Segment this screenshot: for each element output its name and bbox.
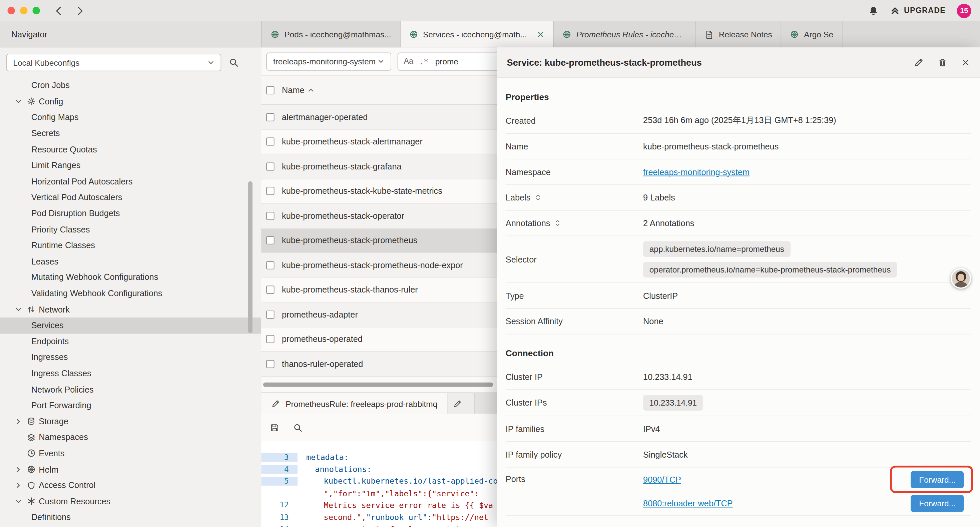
chevron-down-icon[interactable]	[15, 306, 22, 313]
sort-ascending-icon[interactable]	[307, 87, 315, 94]
property-row-cluster-ip: Cluster IP10.233.14.91	[506, 364, 971, 390]
tab-services-icecheng-math[interactable]: Services - icecheng@math...	[401, 21, 554, 48]
sidebar-item-access-control[interactable]: Access Control	[0, 477, 261, 493]
row-checkbox[interactable]	[266, 310, 274, 318]
chevron-down-icon[interactable]	[15, 98, 22, 105]
sidebar-item-config[interactable]: Config	[0, 93, 261, 110]
forward-icon[interactable]	[75, 5, 85, 16]
chevron-right-icon[interactable]	[15, 418, 22, 425]
sidebar-item-resource-quotas[interactable]: Resource Quotas	[0, 142, 261, 158]
sidebar-item-horizontal-pod-autoscalers[interactable]: Horizontal Pod Autoscalers	[0, 174, 261, 189]
sidebar-item-endpoints[interactable]: Endpoints	[0, 334, 261, 350]
sidebar-item-services[interactable]: Services	[0, 318, 261, 334]
row-checkbox[interactable]	[266, 360, 274, 368]
notification-count-badge[interactable]: 15	[957, 3, 971, 18]
tab-label: Release Notes	[719, 30, 772, 39]
property-label: Session Affinity	[506, 317, 643, 326]
close-window-button[interactable]	[7, 7, 15, 14]
row-checkbox[interactable]	[266, 113, 274, 121]
sidebar-item-secrets[interactable]: Secrets	[0, 126, 261, 142]
row-checkbox[interactable]	[266, 162, 274, 170]
tab-prometheus-rules-icecheng[interactable]: Prometheus Rules - icecheng...	[554, 21, 695, 48]
property-value: 9 Labels	[643, 193, 971, 202]
sidebar-item-label: Network Policies	[31, 385, 94, 394]
row-checkbox[interactable]	[266, 212, 274, 220]
sidebar-item-vertical-pod-autoscalers[interactable]: Vertical Pod Autoscalers	[0, 189, 261, 205]
forward-button[interactable]: Forward...	[911, 471, 964, 488]
row-checkbox[interactable]	[266, 187, 274, 195]
row-checkbox[interactable]	[266, 138, 274, 146]
port-link[interactable]: 8080:reloader-web/TCP	[643, 498, 733, 508]
row-checkbox[interactable]	[266, 286, 274, 294]
save-icon[interactable]	[270, 423, 279, 432]
search-icon[interactable]	[229, 57, 239, 67]
namespace-link[interactable]: freeleaps-monitoring-system	[643, 167, 749, 177]
code-text: error rate in freeleaps metrics ser	[298, 524, 488, 527]
sidebar-item-label: Limit Ranges	[31, 161, 81, 170]
tab-pods-icecheng-mathmas[interactable]: Pods - icecheng@mathmas...	[262, 21, 400, 48]
tab-argo-se[interactable]: Argo Se	[781, 21, 843, 48]
sidebar-item-validating-webhook-configurations[interactable]: Validating Webhook Configurations	[0, 285, 261, 301]
sidebar-item-helm[interactable]: Helm	[0, 461, 261, 477]
sidebar-item-limit-ranges[interactable]: Limit Ranges	[0, 158, 261, 174]
row-checkbox[interactable]	[266, 236, 274, 245]
line-number: 13	[261, 513, 298, 521]
upgrade-button[interactable]: UPGRADE	[890, 6, 946, 16]
sidebar-item-label: Ingresses	[31, 353, 68, 362]
sidebar-item-config-maps[interactable]: Config Maps	[0, 110, 261, 126]
sidebar-item-port-forwarding[interactable]: Port Forwarding	[0, 397, 261, 413]
property-label: Cluster IP	[506, 372, 643, 382]
forward-button[interactable]: Forward...	[911, 495, 964, 512]
kubernetes-icon	[790, 30, 799, 39]
row-checkbox[interactable]	[266, 261, 274, 269]
namespace-select[interactable]: freeleaps-monitoring-system	[266, 52, 391, 70]
sidebar-item-events[interactable]: Events	[0, 445, 261, 461]
back-icon[interactable]	[54, 5, 64, 16]
close-icon[interactable]	[961, 58, 970, 67]
expand-toggle-icon[interactable]	[555, 220, 561, 227]
expand-toggle-icon[interactable]	[535, 194, 541, 201]
sidebar-item-namespaces[interactable]: Namespaces	[0, 429, 261, 445]
property-label: Annotations	[506, 218, 643, 228]
chevron-right-icon[interactable]	[15, 466, 22, 473]
sidebar-item-priority-classes[interactable]: Priority Classes	[0, 221, 261, 237]
sidebar-item-network-policies[interactable]: Network Policies	[0, 381, 261, 397]
sidebar-item-mutating-webhook-configurations[interactable]: Mutating Webhook Configurations	[0, 269, 261, 285]
sidebar-item-cron-jobs[interactable]: Cron Jobs	[0, 77, 261, 93]
sidebar-item-ingress-classes[interactable]: Ingress Classes	[0, 366, 261, 382]
search-input[interactable]	[434, 56, 499, 67]
search-icon[interactable]	[293, 423, 302, 432]
kubeconfig-select[interactable]: Local Kubeconfigs	[6, 54, 221, 71]
select-all-checkbox[interactable]	[266, 86, 274, 94]
row-checkbox[interactable]	[266, 335, 274, 343]
minimize-window-button[interactable]	[20, 7, 27, 14]
horizontal-scrollbar[interactable]	[263, 382, 493, 387]
sidebar-item-network[interactable]: Network	[0, 301, 261, 318]
sidebar-item-custom-resources[interactable]: Custom Resources	[0, 493, 261, 509]
sidebar-item-pod-disruption-budgets[interactable]: Pod Disruption Budgets	[0, 205, 261, 221]
sidebar-item-definitions[interactable]: Definitions	[0, 509, 261, 525]
delete-icon[interactable]	[938, 57, 948, 67]
sidebar-item-runtime-classes[interactable]: Runtime Classes	[0, 237, 261, 253]
port-link[interactable]: 9090/TCP	[643, 474, 681, 484]
sidebar-item-storage[interactable]: Storage	[0, 413, 261, 429]
edit-icon[interactable]	[914, 57, 924, 67]
match-case-toggle[interactable]: Aa	[404, 57, 413, 66]
notifications-bell-icon[interactable]	[868, 5, 879, 16]
dock-tab-prometheusrule[interactable]: PrometheusRule: freeleaps-prod-rabbitmq	[261, 393, 448, 415]
property-label: Cluster IPs	[506, 398, 643, 408]
maximize-window-button[interactable]	[32, 7, 40, 14]
dock-tab-partial[interactable]	[448, 393, 475, 415]
sidebar-item-label: Validating Webhook Configurations	[31, 289, 162, 298]
chevron-down-icon[interactable]	[15, 498, 22, 505]
sidebar-scrollbar[interactable]	[248, 181, 253, 333]
regex-toggle[interactable]: .*	[419, 57, 428, 66]
tab-release-notes[interactable]: Release Notes	[696, 21, 781, 48]
network-icon	[27, 305, 36, 314]
name-column-header[interactable]: Name	[282, 85, 304, 95]
tab-close-icon[interactable]	[537, 31, 544, 38]
chevron-right-icon[interactable]	[15, 482, 22, 489]
sidebar-item-leases[interactable]: Leases	[0, 253, 261, 269]
sidebar-item-ingresses[interactable]: Ingresses	[0, 350, 261, 366]
avatar[interactable]	[951, 268, 971, 289]
